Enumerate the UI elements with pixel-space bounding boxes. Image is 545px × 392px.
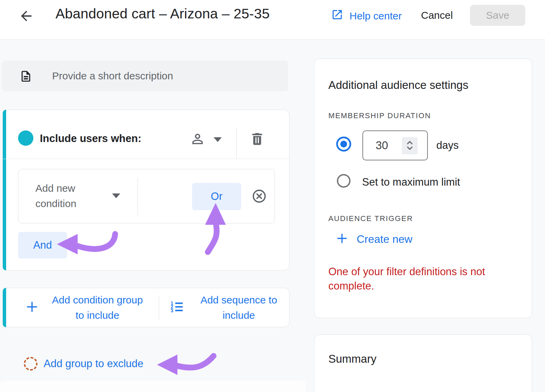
scope-selector-dropdown[interactable] [190, 131, 222, 148]
group-color-dot [18, 130, 33, 146]
settings-panel-title: Additional audience settings [328, 79, 468, 92]
add-group-to-exclude-label: Add group to exclude [44, 358, 143, 370]
back-arrow-icon [18, 20, 34, 25]
add-sequence-button[interactable]: 1 2 3 Add sequence to include [169, 288, 286, 327]
next-section-edge [0, 380, 306, 392]
remove-condition-button[interactable] [251, 188, 267, 204]
description-input[interactable] [52, 61, 280, 91]
audience-builder-page: Abandoned cart – Arizona – 25-35 Help ce… [0, 0, 545, 392]
document-icon [19, 69, 32, 85]
or-operator-button[interactable]: Or [192, 183, 241, 210]
summary-card: Summary [314, 334, 532, 392]
add-condition-group-button[interactable]: Add condition group to include [24, 288, 147, 327]
page-title: Abandoned cart – Arizona – 25-35 [56, 6, 270, 22]
open-in-new-icon [331, 9, 343, 23]
create-new-trigger-button[interactable]: Create new [335, 231, 412, 247]
header-divider [236, 128, 237, 159]
card-divider [3, 159, 289, 159]
back-button[interactable] [18, 8, 35, 25]
arrow-to-exclude [157, 355, 214, 375]
max-limit-radio-unselected[interactable] [337, 174, 351, 188]
audience-trigger-label: AUDIENCE TRIGGER [328, 214, 413, 223]
add-group-actions-bar: Add condition group to include 1 2 3 Add… [3, 288, 290, 327]
add-sequence-label: Add sequence to include [191, 292, 286, 323]
additional-audience-settings-card: Additional audience settings MEMBERSHIP … [314, 59, 532, 318]
numbered-list-icon: 1 2 3 [169, 299, 184, 316]
svg-text:3: 3 [171, 308, 173, 313]
dashed-circle-icon [24, 357, 37, 371]
summary-title: Summary [328, 352, 376, 365]
days-stepper[interactable] [402, 137, 418, 154]
add-new-condition-label: Add new condition [35, 181, 97, 211]
description-field-container [2, 61, 288, 91]
add-new-condition-dropdown[interactable]: Add new condition [35, 181, 138, 211]
trash-icon [249, 143, 265, 148]
membership-days-radio-selected[interactable] [336, 137, 351, 152]
plus-icon [335, 231, 349, 247]
filter-error-message: One of your filter definitions is not co… [328, 265, 495, 293]
include-users-when-title: Include users when: [40, 132, 141, 145]
chevron-down-icon [214, 137, 222, 142]
add-group-to-exclude-button[interactable]: Add group to exclude [24, 357, 143, 371]
person-icon [190, 131, 205, 148]
and-operator-button[interactable]: And [18, 232, 67, 258]
delete-group-button[interactable] [249, 131, 265, 147]
membership-days-input[interactable] [367, 131, 397, 160]
header-bar: Abandoned cart – Arizona – 25-35 Help ce… [0, 0, 545, 40]
stepper-chevrons-icon [404, 139, 416, 153]
condition-divider [138, 178, 138, 215]
help-center-link[interactable]: Help center [331, 9, 402, 23]
condition-row: Add new condition Or [18, 169, 275, 223]
max-limit-label[interactable]: Set to maximum limit [362, 176, 460, 188]
close-circle-icon [251, 200, 267, 205]
membership-duration-label: MEMBERSHIP DURATION [328, 111, 431, 120]
days-unit-label: days [436, 139, 458, 152]
add-condition-group-label: Add condition group to include [48, 292, 147, 323]
help-center-label: Help center [349, 10, 402, 22]
plus-icon [24, 299, 40, 316]
membership-days-field [362, 130, 428, 160]
chevron-down-icon [112, 193, 120, 198]
include-condition-group-card: Include users when: Add new condition Or [3, 110, 290, 270]
cancel-button[interactable]: Cancel [421, 10, 453, 21]
create-new-label: Create new [357, 233, 412, 246]
actions-divider [159, 296, 159, 320]
save-button[interactable]: Save [470, 5, 525, 26]
